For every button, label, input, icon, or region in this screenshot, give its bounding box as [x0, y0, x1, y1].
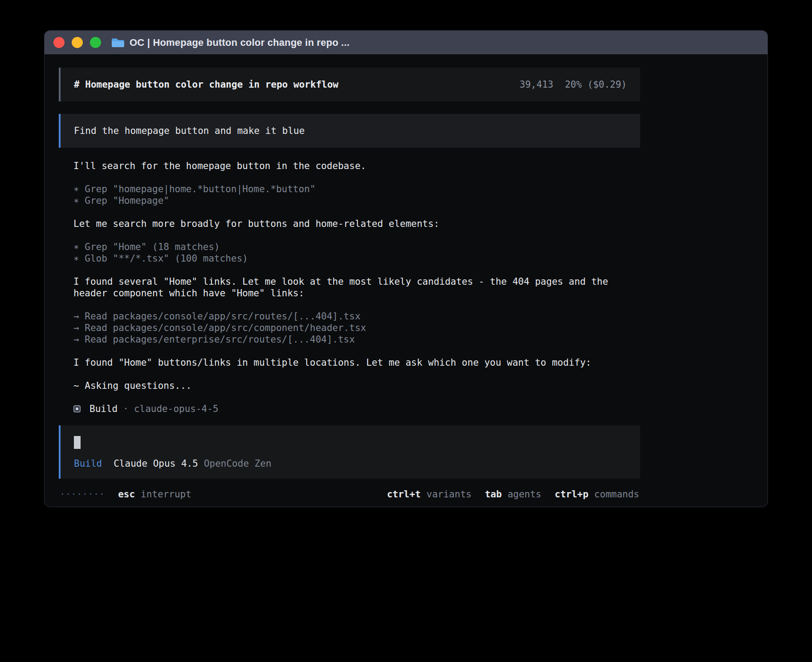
assistant-line: Let me search more broadly for buttons a… — [73, 218, 640, 230]
agent-info-line: Build · claude-opus-4-5 — [73, 403, 640, 415]
shortcut-label: commands — [594, 489, 639, 500]
status-bar: ········ esc interrupt ctrl+tvariants ta… — [59, 488, 640, 500]
input-agent-label[interactable]: Build — [74, 458, 102, 469]
agent-name: Build — [89, 403, 118, 415]
user-message-text: Find the homepage button and make it blu… — [74, 125, 304, 136]
text-cursor — [74, 436, 81, 449]
session-title: # Homepage button color change in repo w… — [74, 79, 338, 90]
shortcut-variants: ctrl+tvariants — [387, 488, 471, 500]
esc-key-label: interrupt — [141, 488, 191, 500]
input-meta: BuildClaude Opus 4.5OpenCode Zen — [74, 458, 627, 469]
shortcut-key: ctrl+p — [555, 489, 589, 500]
shortcut-agents: tabagents — [471, 488, 541, 500]
tool-calls: ∗ Grep "homepage|home.*button|Home.*butt… — [73, 183, 640, 206]
shortcut-key: ctrl+t — [387, 489, 421, 500]
close-button[interactable] — [53, 37, 65, 48]
agent-icon — [73, 405, 81, 412]
tool-call-glob: ∗ Glob "**/*.tsx" (100 matches) — [73, 253, 640, 264]
assistant-line: header component which have "Home" links… — [73, 287, 640, 299]
window-title: OC | Homepage button color change in rep… — [130, 37, 349, 48]
token-count: 39,413 — [520, 79, 553, 90]
assistant-text: I'll search for the homepage button in t… — [73, 160, 640, 172]
asking-questions-status: ~ Asking questions... — [73, 380, 640, 392]
input-model-label[interactable]: Claude Opus 4.5 — [114, 458, 198, 469]
prompt-input[interactable]: BuildClaude Opus 4.5OpenCode Zen — [59, 425, 640, 479]
esc-key-hint: esc — [118, 488, 135, 500]
input-provider-label: OpenCode Zen — [204, 458, 272, 469]
terminal-window: OC | Homepage button color change in rep… — [44, 30, 768, 507]
assistant-line: I found several "Home" links. Let me loo… — [73, 276, 640, 287]
traffic-lights — [53, 37, 101, 48]
shortcut-commands: ctrl+pcommands — [541, 488, 639, 500]
shortcut-key: tab — [485, 489, 502, 500]
status-text: ~ Asking questions... — [73, 380, 640, 392]
tool-call-grep: ∗ Grep "Home" (18 matches) — [73, 241, 640, 253]
session-stats: 39,41320% ($0.29) — [520, 79, 627, 90]
assistant-line: I'll search for the homepage button in t… — [73, 160, 640, 172]
tool-call-grep: ∗ Grep "Homepage" — [73, 195, 640, 206]
folder-icon — [111, 37, 124, 48]
assistant-line: I found "Home" buttons/links in multiple… — [73, 357, 640, 368]
spinner-dots: ········ — [60, 488, 105, 500]
assistant-text: I found "Home" buttons/links in multiple… — [73, 357, 640, 368]
context-usage: 20% ($0.29) — [565, 79, 627, 90]
tool-calls: ∗ Grep "Home" (18 matches) ∗ Glob "**/*.… — [73, 241, 640, 264]
shortcut-label: agents — [508, 489, 541, 500]
status-bar-right: ctrl+tvariants tabagents ctrl+pcommands — [387, 488, 639, 500]
agent-model: claude-opus-4-5 — [134, 403, 219, 415]
tool-call-read: → Read packages/console/app/src/componen… — [73, 322, 640, 334]
shortcut-label: variants — [426, 489, 471, 500]
session-header: # Homepage button color change in repo w… — [59, 68, 640, 101]
tool-call-read: → Read packages/enterprise/src/routes/[.… — [73, 334, 640, 345]
tool-calls: → Read packages/console/app/src/routes/[… — [73, 311, 640, 345]
zoom-button[interactable] — [90, 37, 101, 48]
assistant-text: I found several "Home" links. Let me loo… — [73, 276, 640, 299]
window-titlebar[interactable]: OC | Homepage button color change in rep… — [45, 31, 767, 54]
minimize-button[interactable] — [72, 37, 83, 48]
agent-separator: · — [123, 403, 129, 415]
tool-call-grep: ∗ Grep "homepage|home.*button|Home.*butt… — [73, 183, 640, 195]
tool-call-read: → Read packages/console/app/src/routes/[… — [73, 311, 640, 322]
assistant-text: Let me search more broadly for buttons a… — [73, 218, 640, 230]
user-message: Find the homepage button and make it blu… — [59, 114, 640, 148]
terminal-content: # Homepage button color change in repo w… — [45, 54, 767, 507]
status-bar-left: ········ esc interrupt — [60, 488, 191, 500]
